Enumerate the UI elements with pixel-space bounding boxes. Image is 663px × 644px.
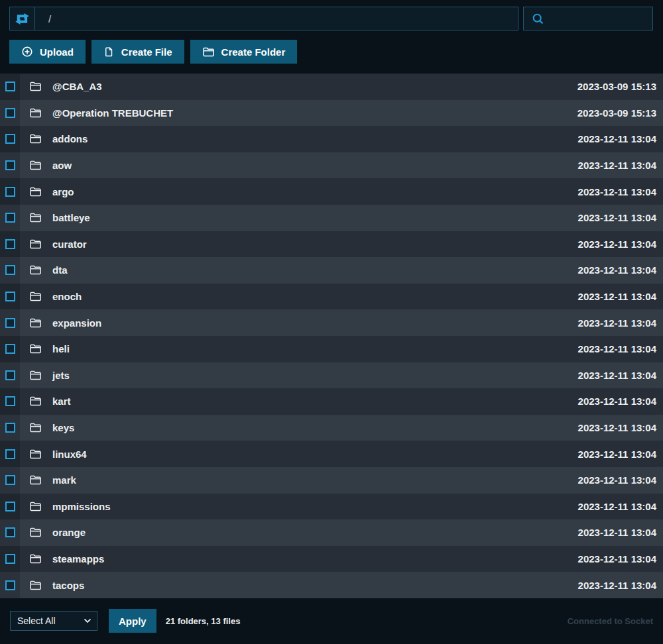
row-checkbox[interactable] bbox=[5, 475, 15, 485]
table-row[interactable]: @CBA_A3 2023-03-09 15:13 bbox=[0, 74, 663, 100]
folder-icon bbox=[202, 46, 215, 58]
row-checkbox[interactable] bbox=[5, 554, 15, 564]
folder-icon bbox=[29, 160, 42, 171]
table-row[interactable]: mpmissions 2023-12-11 13:04 bbox=[0, 494, 663, 520]
row-checkbox[interactable] bbox=[5, 370, 15, 380]
row-date-cell: 2023-12-11 13:04 bbox=[578, 415, 663, 441]
row-checkbox[interactable] bbox=[5, 449, 15, 459]
create-folder-button[interactable]: Create Folder bbox=[190, 40, 298, 64]
row-checkbox[interactable] bbox=[5, 81, 15, 91]
folder-icon bbox=[29, 107, 42, 119]
file-name: mark bbox=[52, 474, 76, 486]
table-row[interactable]: kart 2023-12-11 13:04 bbox=[0, 388, 663, 415]
table-row[interactable]: expansion 2023-12-11 13:04 bbox=[0, 309, 663, 336]
search-box bbox=[523, 7, 653, 30]
row-checkbox-cell bbox=[0, 100, 20, 127]
create-file-button-label: Create File bbox=[121, 46, 172, 58]
row-checkbox-cell bbox=[0, 388, 20, 415]
row-checkbox[interactable] bbox=[5, 134, 15, 144]
row-checkbox-cell bbox=[0, 284, 20, 310]
table-row[interactable]: linux64 2023-12-11 13:04 bbox=[0, 441, 663, 467]
file-modified-date: 2023-12-11 13:04 bbox=[578, 264, 656, 276]
row-name-cell: expansion bbox=[20, 309, 578, 336]
table-row[interactable]: battleye 2023-12-11 13:04 bbox=[0, 205, 663, 231]
table-row[interactable]: steamapps 2023-12-11 13:04 bbox=[0, 546, 663, 572]
row-checkbox[interactable] bbox=[5, 396, 15, 406]
table-row[interactable]: heli 2023-12-11 13:04 bbox=[0, 336, 663, 362]
row-name-cell: argo bbox=[20, 178, 578, 205]
file-name: linux64 bbox=[52, 449, 87, 460]
table-row[interactable]: mark 2023-12-11 13:04 bbox=[0, 467, 663, 494]
row-name-cell: mpmissions bbox=[20, 494, 578, 520]
row-checkbox[interactable] bbox=[5, 213, 15, 223]
file-name: enoch bbox=[52, 291, 82, 302]
apply-button[interactable]: Apply bbox=[109, 609, 156, 633]
row-checkbox[interactable] bbox=[5, 160, 15, 170]
row-checkbox[interactable] bbox=[5, 344, 15, 354]
refresh-logo-button[interactable] bbox=[9, 7, 35, 30]
upload-button-label: Upload bbox=[40, 46, 74, 58]
row-checkbox-cell bbox=[0, 467, 20, 494]
file-modified-date: 2023-12-11 13:04 bbox=[578, 527, 656, 538]
row-checkbox-cell bbox=[0, 519, 20, 546]
row-checkbox[interactable] bbox=[5, 108, 15, 118]
row-date-cell: 2023-12-11 13:04 bbox=[578, 519, 663, 546]
row-checkbox-cell bbox=[0, 494, 20, 520]
row-name-cell: tacops bbox=[20, 572, 578, 598]
folder-icon bbox=[29, 449, 42, 460]
select-all-dropdown-wrap: Select All bbox=[10, 611, 97, 631]
table-row[interactable]: aow 2023-12-11 13:04 bbox=[0, 152, 663, 179]
table-row[interactable]: keys 2023-12-11 13:04 bbox=[0, 415, 663, 441]
upload-button[interactable]: Upload bbox=[9, 40, 86, 64]
header: Upload Create File Create Folder bbox=[0, 0, 663, 64]
file-name: curator bbox=[52, 239, 87, 250]
table-row[interactable]: @Operation TREBUCHET 2023-03-09 15:13 bbox=[0, 100, 663, 127]
row-checkbox[interactable] bbox=[5, 580, 15, 590]
file-modified-date: 2023-12-11 13:04 bbox=[578, 239, 656, 250]
row-name-cell: linux64 bbox=[20, 441, 578, 467]
row-checkbox[interactable] bbox=[5, 239, 15, 249]
row-name-cell: steamapps bbox=[20, 546, 578, 572]
row-date-cell: 2023-12-11 13:04 bbox=[578, 126, 663, 152]
table-row[interactable]: dta 2023-12-11 13:04 bbox=[0, 257, 663, 284]
row-name-cell: mark bbox=[20, 467, 578, 494]
file-modified-date: 2023-03-09 15:13 bbox=[577, 107, 656, 119]
row-checkbox[interactable] bbox=[5, 318, 15, 328]
folder-icon bbox=[29, 212, 42, 223]
table-row[interactable]: curator 2023-12-11 13:04 bbox=[0, 231, 663, 258]
row-checkbox[interactable] bbox=[5, 187, 15, 197]
row-checkbox-cell bbox=[0, 415, 20, 441]
path-input[interactable] bbox=[35, 7, 518, 30]
table-row[interactable]: argo 2023-12-11 13:04 bbox=[0, 178, 663, 205]
folder-icon bbox=[29, 370, 42, 381]
select-all-dropdown[interactable]: Select All bbox=[10, 611, 97, 631]
table-row[interactable]: enoch 2023-12-11 13:04 bbox=[0, 284, 663, 310]
row-checkbox-cell bbox=[0, 309, 20, 336]
row-date-cell: 2023-03-09 15:13 bbox=[577, 100, 663, 127]
search-input[interactable] bbox=[545, 13, 652, 25]
table-row[interactable]: orange 2023-12-11 13:04 bbox=[0, 519, 663, 546]
row-checkbox[interactable] bbox=[5, 292, 15, 301]
file-modified-date: 2023-12-11 13:04 bbox=[578, 449, 656, 460]
row-checkbox[interactable] bbox=[5, 423, 15, 433]
table-row[interactable]: tacops 2023-12-11 13:04 bbox=[0, 572, 663, 598]
folder-icon bbox=[29, 291, 42, 302]
row-name-cell: @CBA_A3 bbox=[20, 74, 577, 100]
row-checkbox[interactable] bbox=[5, 527, 15, 537]
create-file-button[interactable]: Create File bbox=[91, 40, 184, 64]
table-row[interactable]: addons 2023-12-11 13:04 bbox=[0, 126, 663, 152]
table-row[interactable]: jets 2023-12-11 13:04 bbox=[0, 362, 663, 389]
row-checkbox[interactable] bbox=[5, 265, 15, 275]
file-list: @CBA_A3 2023-03-09 15:13 @Operation TREB… bbox=[0, 74, 663, 598]
file-modified-date: 2023-12-11 13:04 bbox=[578, 212, 656, 223]
file-name: mpmissions bbox=[52, 501, 111, 512]
file-modified-date: 2023-12-11 13:04 bbox=[578, 396, 656, 407]
file-name: dta bbox=[52, 264, 68, 276]
row-checkbox[interactable] bbox=[5, 502, 15, 511]
folder-icon bbox=[29, 474, 42, 486]
file-modified-date: 2023-12-11 13:04 bbox=[578, 291, 656, 302]
search-icon bbox=[531, 12, 545, 26]
file-modified-date: 2023-12-11 13:04 bbox=[578, 474, 656, 486]
row-checkbox-cell bbox=[0, 74, 20, 100]
row-date-cell: 2023-12-11 13:04 bbox=[578, 441, 663, 467]
